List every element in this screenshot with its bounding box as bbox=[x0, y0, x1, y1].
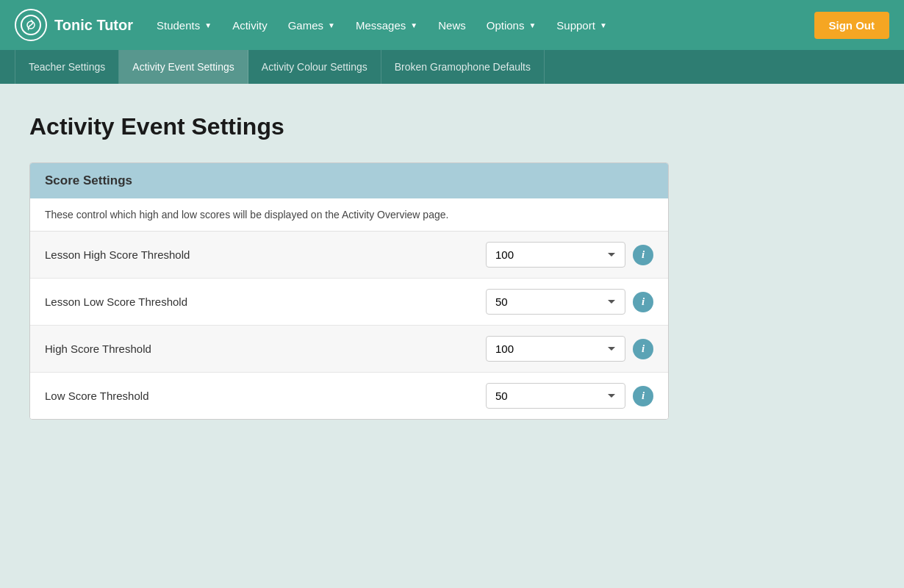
nav-item-news[interactable]: News bbox=[429, 13, 475, 37]
low-score-threshold-select[interactable]: 50 40 30 20 10 bbox=[486, 383, 625, 409]
score-settings-description: These control which high and low scores … bbox=[30, 198, 668, 232]
nav-item-activity[interactable]: Activity bbox=[223, 13, 276, 37]
nav-label-students: Students bbox=[157, 19, 200, 32]
high-score-threshold-control: 100 90 80 70 60 50 i bbox=[486, 336, 653, 362]
subnav: Teacher Settings Activity Event Settings… bbox=[0, 50, 904, 84]
sign-out-button[interactable]: Sign Out bbox=[814, 12, 890, 39]
nav-label-messages: Messages bbox=[356, 19, 406, 32]
nav-label-games: Games bbox=[288, 19, 323, 32]
chevron-down-icon: ▼ bbox=[204, 21, 212, 29]
nav-item-messages[interactable]: Messages ▼ bbox=[347, 13, 426, 37]
lesson-high-score-label: Lesson High Score Threshold bbox=[45, 248, 486, 261]
brand: Tonic Tutor bbox=[15, 9, 133, 41]
brand-logo bbox=[15, 9, 47, 41]
table-row: Lesson Low Score Threshold 50 40 30 20 1… bbox=[30, 279, 668, 326]
nav-item-options[interactable]: Options ▼ bbox=[478, 13, 545, 37]
subnav-item-broken-gramophone[interactable]: Broken Gramophone Defaults bbox=[381, 50, 545, 84]
nav-label-activity: Activity bbox=[232, 19, 268, 32]
navbar: Tonic Tutor Students ▼ Activity Games ▼ … bbox=[0, 0, 904, 50]
low-score-threshold-label: Low Score Threshold bbox=[45, 390, 486, 402]
chevron-down-icon-games: ▼ bbox=[328, 21, 335, 29]
chevron-down-icon-messages: ▼ bbox=[410, 21, 417, 29]
nav-item-support[interactable]: Support ▼ bbox=[548, 13, 615, 37]
nav-item-games[interactable]: Games ▼ bbox=[279, 13, 344, 37]
nav-label-news: News bbox=[438, 19, 466, 32]
lesson-high-score-control: 100 90 80 70 60 50 i bbox=[486, 242, 653, 268]
high-score-threshold-info-icon[interactable]: i bbox=[633, 339, 653, 359]
low-score-threshold-info-icon[interactable]: i bbox=[633, 386, 653, 406]
lesson-high-score-select[interactable]: 100 90 80 70 60 50 bbox=[486, 242, 625, 268]
main-content: Activity Event Settings Score Settings T… bbox=[0, 84, 904, 449]
lesson-low-score-info-icon[interactable]: i bbox=[633, 292, 653, 312]
table-row: High Score Threshold 100 90 80 70 60 50 … bbox=[30, 326, 668, 373]
nav-label-options: Options bbox=[487, 19, 525, 32]
subnav-item-activity-event-settings[interactable]: Activity Event Settings bbox=[119, 50, 248, 84]
nav-item-students[interactable]: Students ▼ bbox=[148, 13, 220, 37]
lesson-low-score-label: Lesson Low Score Threshold bbox=[45, 295, 486, 308]
high-score-threshold-select[interactable]: 100 90 80 70 60 50 bbox=[486, 336, 625, 362]
lesson-low-score-control: 50 40 30 20 10 i bbox=[486, 289, 653, 315]
subnav-item-activity-colour-settings[interactable]: Activity Colour Settings bbox=[248, 50, 381, 84]
page-title: Activity Event Settings bbox=[29, 113, 875, 140]
subnav-label-teacher-settings: Teacher Settings bbox=[29, 61, 105, 73]
subnav-label-activity-colour-settings: Activity Colour Settings bbox=[262, 61, 367, 73]
subnav-label-activity-event-settings: Activity Event Settings bbox=[132, 61, 234, 73]
low-score-threshold-control: 50 40 30 20 10 i bbox=[486, 383, 653, 409]
table-row: Low Score Threshold 50 40 30 20 10 i bbox=[30, 373, 668, 419]
nav-label-support: Support bbox=[556, 19, 595, 32]
lesson-high-score-info-icon[interactable]: i bbox=[633, 245, 653, 265]
score-settings-card: Score Settings These control which high … bbox=[29, 162, 669, 420]
high-score-threshold-label: High Score Threshold bbox=[45, 343, 486, 355]
subnav-label-broken-gramophone: Broken Gramophone Defaults bbox=[395, 61, 531, 73]
chevron-down-icon-options: ▼ bbox=[528, 21, 536, 29]
score-settings-header: Score Settings bbox=[30, 163, 668, 198]
brand-name: Tonic Tutor bbox=[54, 17, 133, 34]
table-row: Lesson High Score Threshold 100 90 80 70… bbox=[30, 232, 668, 279]
nav-items: Students ▼ Activity Games ▼ Messages ▼ N… bbox=[148, 13, 814, 37]
chevron-down-icon-support: ▼ bbox=[600, 21, 607, 29]
subnav-item-teacher-settings[interactable]: Teacher Settings bbox=[15, 50, 119, 84]
lesson-low-score-select[interactable]: 50 40 30 20 10 bbox=[486, 289, 625, 315]
